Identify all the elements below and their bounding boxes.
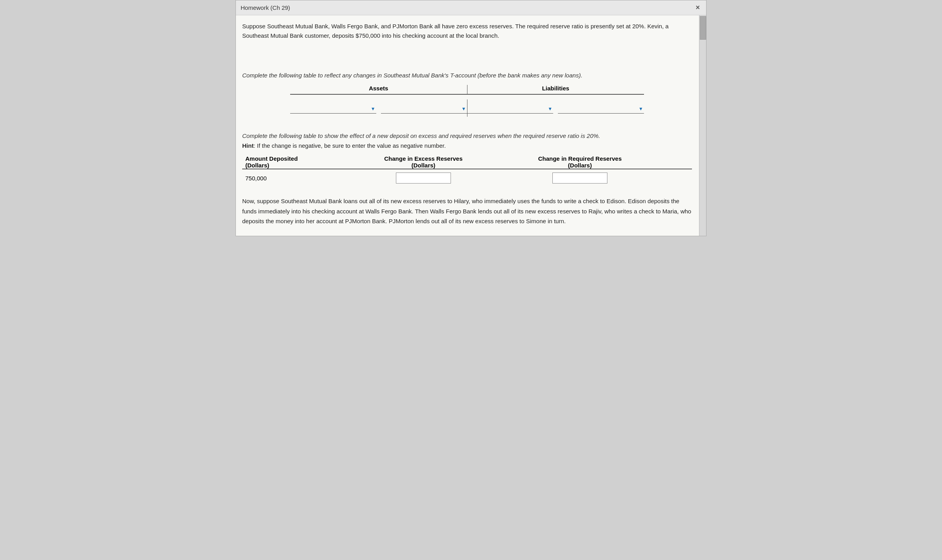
liabilities-cell: ▼ ▼ <box>467 99 644 117</box>
required-reserves-cell <box>499 169 661 187</box>
reserves-table: Amount Deposited (Dollars) Change in Exc… <box>242 155 692 187</box>
col1-header: Amount Deposited (Dollars) <box>242 155 348 169</box>
assets-dropdown-2[interactable]: ▼ <box>381 103 467 114</box>
dropdown-arrow-1: ▼ <box>371 106 375 112</box>
liabilities-dropdown-2[interactable]: ▼ <box>558 103 644 114</box>
close-button[interactable]: × <box>694 4 701 12</box>
now-paragraph: Now, suppose Southeast Mutual Bank loans… <box>242 196 692 226</box>
dropdown-arrow-2: ▼ <box>462 106 466 112</box>
table-header-row: Amount Deposited (Dollars) Change in Exc… <box>242 155 692 169</box>
liabilities-header: Liabilities <box>467 85 644 94</box>
assets-cell: ▼ ▼ <box>290 99 467 117</box>
dropdown-arrow-4: ▼ <box>638 106 643 112</box>
excess-reserves-input[interactable] <box>396 173 451 184</box>
assets-dropdown-1[interactable]: ▼ <box>290 103 376 114</box>
title-bar: Homework (Ch 29) × <box>236 0 706 15</box>
required-reserves-input[interactable] <box>552 173 607 184</box>
intro-paragraph: Suppose Southeast Mutual Bank, Walls Fer… <box>242 22 692 40</box>
col4-spacer <box>661 155 692 169</box>
assets-header: Assets <box>290 85 467 94</box>
t-account-row: ▼ ▼ ▼ ▼ <box>290 99 644 117</box>
main-content: Suppose Southeast Mutual Bank, Walls Fer… <box>236 15 706 236</box>
hint-bold: Hint <box>242 142 254 149</box>
main-window: Homework (Ch 29) × Suppose Southeast Mut… <box>236 0 706 236</box>
dropdown-arrow-3: ▼ <box>548 106 552 112</box>
col3-header: Change in Required Reserves (Dollars) <box>499 155 661 169</box>
scrollbar[interactable] <box>699 15 706 236</box>
col2-header: Change in Excess Reserves (Dollars) <box>348 155 499 169</box>
t-account-instruction: Complete the following table to reflect … <box>242 72 692 79</box>
table-row: 750,000 <box>242 169 692 187</box>
second-table-section: Complete the following table to show the… <box>242 132 692 226</box>
amount-deposited-value: 750,000 <box>242 169 348 187</box>
hint-text: Hint: If the change is negative, be sure… <box>242 142 692 149</box>
t-account-header: Assets Liabilities <box>290 85 644 95</box>
reserves-instruction: Complete the following table to show the… <box>242 132 692 139</box>
scrollbar-thumb[interactable] <box>700 16 706 40</box>
cursor-spacer <box>661 169 692 187</box>
excess-reserves-cell <box>348 169 499 187</box>
t-account-section: Complete the following table to reflect … <box>242 72 692 117</box>
liabilities-dropdown-1[interactable]: ▼ <box>467 103 554 114</box>
window-title: Homework (Ch 29) <box>241 4 290 11</box>
hint-content: : If the change is negative, be sure to … <box>254 142 446 149</box>
